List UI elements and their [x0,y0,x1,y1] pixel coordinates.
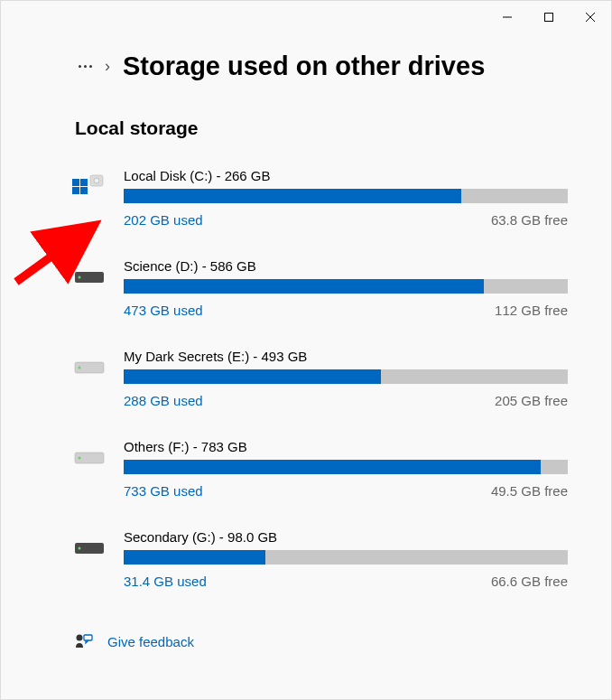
storage-bar [124,369,568,384]
storage-bar-fill [124,460,541,474]
storage-bar-fill [124,550,265,565]
drive-label: Others (F:) - 783 GB [124,439,568,454]
drive-item[interactable]: Science (D:) - 586 GB 473 GB used 112 GB… [71,257,568,320]
storage-bar-fill [124,189,461,203]
drive-item[interactable]: Local Disk (C:) - 266 GB 202 GB used 63.… [71,166,568,229]
svg-rect-19 [84,635,92,640]
drive-item[interactable]: My Dark Secrets (E:) - 493 GB 288 GB use… [71,347,568,410]
used-text[interactable]: 31.4 GB used [124,574,207,589]
svg-rect-1 [545,14,553,22]
svg-point-9 [94,178,99,183]
chevron-right-icon: › [105,57,110,76]
drive-label: Science (D:) - 586 GB [124,258,568,274]
minimize-button[interactable] [487,3,528,32]
drive-body: My Dark Secrets (E:) - 493 GB 288 GB use… [124,349,568,408]
svg-rect-6 [72,187,79,194]
drive-item[interactable]: Secondary (G:) - 98.0 GB 31.4 GB used 66… [71,527,568,591]
svg-point-18 [77,635,83,641]
content-area: › Storage used on other drives Local sto… [1,33,611,668]
used-text[interactable]: 202 GB used [124,212,203,228]
used-text[interactable]: 733 GB used [124,483,203,499]
drive-label: Local Disk (C:) - 266 GB [124,168,568,183]
svg-rect-4 [72,179,79,186]
storage-bar [124,460,568,474]
used-text[interactable]: 288 GB used [124,393,203,408]
breadcrumb: › Storage used on other drives [79,51,568,81]
svg-point-11 [79,276,81,279]
storage-bar [124,279,568,294]
svg-rect-5 [80,179,88,186]
section-title: Local storage [75,117,568,139]
windows-drive-icon [71,170,107,202]
drive-body: Others (F:) - 783 GB 733 GB used 49.5 GB… [124,439,568,499]
maximize-button[interactable] [528,3,570,32]
drive-stats: 202 GB used 63.8 GB free [124,212,568,228]
svg-point-15 [79,457,81,460]
svg-rect-7 [80,187,88,194]
feedback-icon [75,632,93,650]
free-text: 112 GB free [495,303,568,318]
page-title: Storage used on other drives [123,51,485,81]
storage-bar [124,550,568,565]
give-feedback-link[interactable]: Give feedback [107,634,194,649]
storage-bar-fill [124,369,381,384]
drive-body: Science (D:) - 586 GB 473 GB used 112 GB… [124,258,568,318]
used-text[interactable]: 473 GB used [124,303,203,318]
svg-point-17 [79,547,81,550]
storage-bar-fill [124,279,484,294]
free-text: 66.6 GB free [491,574,568,589]
hard-drive-icon [71,260,107,293]
drive-stats: 733 GB used 49.5 GB free [124,483,568,499]
drive-stats: 288 GB used 205 GB free [124,393,568,408]
free-text: 205 GB free [495,393,568,408]
drive-body: Local Disk (C:) - 266 GB 202 GB used 63.… [124,168,568,228]
ellipsis-icon[interactable] [79,65,92,68]
drive-label: My Dark Secrets (E:) - 493 GB [124,349,568,364]
settings-window: › Storage used on other drives Local sto… [0,0,612,700]
hard-drive-icon [71,531,107,564]
storage-bar [124,189,568,203]
hard-drive-icon [71,350,107,383]
titlebar [1,1,611,33]
svg-point-13 [79,367,81,369]
drive-stats: 31.4 GB used 66.6 GB free [124,574,568,589]
free-text: 49.5 GB free [491,483,568,499]
free-text: 63.8 GB free [491,212,568,228]
feedback-row: Give feedback [75,632,568,650]
drives-list: Local Disk (C:) - 266 GB 202 GB used 63.… [71,166,568,591]
hard-drive-icon [71,441,107,473]
drive-stats: 473 GB used 112 GB free [124,303,568,318]
drive-body: Secondary (G:) - 98.0 GB 31.4 GB used 66… [124,529,568,589]
drive-item[interactable]: Others (F:) - 783 GB 733 GB used 49.5 GB… [71,437,568,500]
close-button[interactable] [570,3,611,32]
drive-label: Secondary (G:) - 98.0 GB [124,529,568,545]
